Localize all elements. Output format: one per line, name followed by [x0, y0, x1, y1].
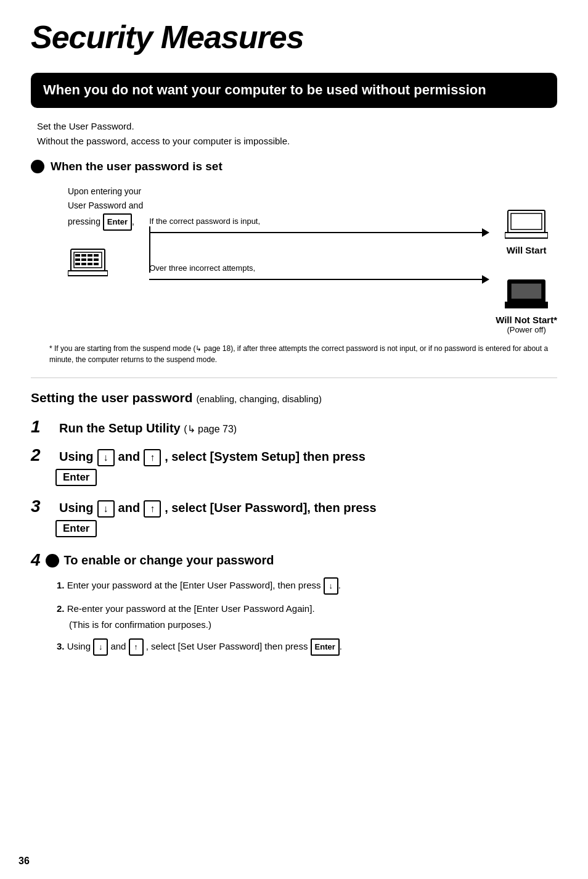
entering-line2: User Password and: [68, 200, 143, 210]
step2-enter: Enter: [55, 469, 97, 486]
step3-suffix: , select [User Password], then press: [165, 501, 376, 515]
svg-rect-9: [94, 258, 99, 261]
intro-line2: Without the password, access to your com…: [37, 136, 290, 146]
bullet-section-title: When the user password is set: [31, 160, 557, 173]
svg-rect-5: [94, 254, 99, 257]
step4-bullet-title: To enable or change your password: [64, 553, 274, 567]
step4-number: 4: [31, 551, 41, 570]
enter-key-diagram: Enter: [103, 213, 132, 231]
svg-rect-12: [88, 263, 92, 265]
diagram-arrows: If the correct password is input, Over t…: [149, 184, 489, 295]
entering-text-block: Upon entering your User Password and pre…: [68, 184, 143, 284]
setting-section-title: Setting the user password (enabling, cha…: [31, 390, 557, 405]
step4-sub3-suffix: , select [Set User Password] then press: [146, 641, 308, 651]
correct-arrow-row: If the correct password is input,: [149, 217, 489, 237]
source-laptop-svg: [68, 248, 108, 279]
step2-number: 2: [31, 446, 55, 465]
incorrect-label: Over three incorrect attempts,: [149, 263, 489, 273]
entering-line1: Upon entering your: [68, 186, 141, 196]
outcome-boxes: Will Start Will Not Start* (Power off): [496, 184, 557, 334]
svg-rect-7: [81, 258, 86, 261]
step4-sub1-text: Enter your password at the [Enter User P…: [67, 580, 321, 590]
intro-text: Set the User Password. Without the passw…: [37, 119, 557, 149]
step1-content: Run the Setup Utility (↳ page 73): [59, 421, 237, 435]
svg-rect-4: [88, 254, 92, 257]
page-number: 36: [18, 856, 30, 867]
step4-sub3-and: and: [110, 641, 126, 651]
step4-sub3-label: 3.: [57, 641, 65, 651]
svg-rect-6: [75, 258, 80, 261]
step3-and: and: [118, 501, 141, 515]
page-title: Security Measures: [31, 19, 557, 56]
step3-key1: ↓: [97, 500, 115, 518]
step3-key2: ↑: [144, 500, 161, 518]
step1-text: Run the Setup Utility: [59, 421, 181, 435]
source-laptop-icon: [68, 248, 143, 284]
svg-rect-8: [88, 258, 92, 261]
step4-sub2: 2. Re-enter your password at the [Enter …: [57, 601, 557, 632]
step3-row: 3 Using ↓ and ↑ , select [User Password]…: [31, 497, 557, 537]
step4-sub3-key2: ↑: [129, 638, 144, 656]
step4-sub3-enter: Enter: [311, 638, 340, 656]
step4-row: 4 To enable or change your password 1. E…: [31, 551, 557, 656]
subsection-title-text: When the user password is set: [51, 160, 223, 173]
will-start-laptop-icon: [505, 209, 548, 241]
section-divider: [31, 378, 557, 378]
svg-rect-16: [511, 213, 542, 229]
step4-sub1-key: ↓: [324, 577, 338, 595]
step2-key1: ↓: [97, 449, 115, 466]
will-not-start-label: Will Not Start*: [496, 315, 557, 325]
step1-number: 1: [31, 418, 55, 437]
step2-prefix: Using: [59, 450, 94, 464]
will-not-start-outcome: Will Not Start* (Power off): [496, 279, 557, 334]
correct-arrow-head: [482, 228, 489, 237]
will-start-label: Will Start: [496, 245, 557, 255]
correct-label: If the correct password is input,: [149, 217, 489, 226]
incorrect-arrow-head: [482, 275, 489, 284]
will-not-start-laptop-icon: [505, 279, 548, 311]
will-start-outcome: Will Start: [496, 209, 557, 255]
svg-rect-13: [94, 263, 99, 265]
setting-title-main: Setting the user password: [31, 390, 193, 405]
step4-sub2-note: (This is for confirmation purposes.): [69, 619, 211, 630]
step1-row: 1 Run the Setup Utility (↳ page 73): [31, 418, 557, 437]
footnote: * If you are starting from the suspend m…: [49, 343, 557, 365]
step2-suffix: , select [System Setup] then press: [165, 450, 365, 464]
incorrect-arrow-row: Over three incorrect attempts,: [149, 263, 489, 284]
svg-rect-10: [75, 263, 80, 265]
setting-title-sub: (enabling, changing, disabling): [196, 394, 321, 404]
entering-line3: pressing: [68, 217, 100, 226]
svg-rect-2: [75, 254, 80, 257]
svg-rect-17: [505, 233, 548, 238]
step3-enter: Enter: [55, 520, 97, 537]
intro-line1: Set the User Password.: [37, 121, 134, 131]
step4-sub3-key1: ↓: [93, 638, 108, 656]
step4-sub3: 3. Using ↓ and ↑ , select [Set User Pass…: [57, 638, 557, 656]
step2-key2: ↑: [144, 449, 161, 466]
step4-bullet: [46, 554, 59, 567]
step4-sub2-label: 2.: [57, 603, 65, 614]
step2-row: 2 Using ↓ and ↑ , select [System Setup] …: [31, 446, 557, 486]
step3-prefix: Using: [59, 501, 94, 515]
svg-rect-19: [511, 283, 542, 299]
step4-sub1: 1. Enter your password at the [Enter Use…: [57, 577, 557, 595]
step2-and: and: [118, 450, 141, 464]
section-header: When you do not want your computer to be…: [31, 73, 557, 108]
step3-number: 3: [31, 497, 55, 516]
svg-rect-20: [505, 302, 548, 308]
power-off-label: (Power off): [496, 325, 557, 334]
step1-ref: (↳ page 73): [184, 424, 237, 434]
step4-substeps: 1. Enter your password at the [Enter Use…: [57, 577, 557, 656]
step4-title-row: 4 To enable or change your password: [31, 551, 557, 570]
svg-rect-3: [81, 254, 86, 257]
svg-rect-11: [81, 263, 86, 265]
step4-sub1-label: 1.: [57, 580, 65, 590]
step4-sub3-prefix: Using: [67, 641, 91, 651]
step4-sub2-text: Re-enter your password at the [Enter Use…: [67, 603, 315, 614]
svg-rect-14: [68, 271, 108, 276]
bullet-circle: [31, 160, 44, 173]
